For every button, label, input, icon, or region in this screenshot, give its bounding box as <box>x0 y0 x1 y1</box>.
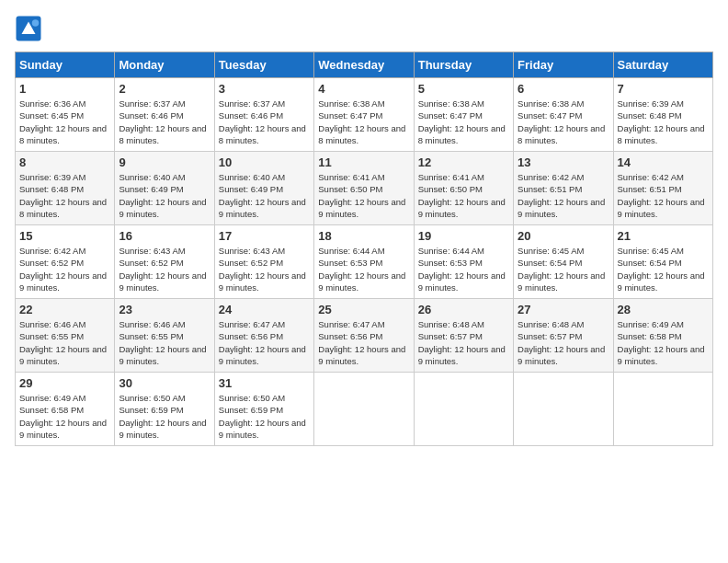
day-info: Sunrise: 6:48 AMSunset: 6:57 PMDaylight:… <box>518 318 609 367</box>
day-number: 11 <box>318 155 409 169</box>
day-number: 29 <box>19 376 110 390</box>
day-cell: 26 Sunrise: 6:48 AMSunset: 6:57 PMDaylig… <box>414 299 513 373</box>
day-info: Sunrise: 6:47 AMSunset: 6:56 PMDaylight:… <box>219 318 310 367</box>
day-number: 20 <box>518 229 609 243</box>
day-info: Sunrise: 6:37 AMSunset: 6:46 PMDaylight:… <box>119 98 210 146</box>
day-number: 12 <box>418 155 509 169</box>
day-number: 31 <box>219 376 310 390</box>
day-info: Sunrise: 6:36 AMSunset: 6:45 PMDaylight:… <box>19 98 110 146</box>
day-info: Sunrise: 6:45 AMSunset: 6:54 PMDaylight:… <box>618 245 709 293</box>
day-info: Sunrise: 6:49 AMSunset: 6:58 PMDaylight:… <box>618 318 709 367</box>
calendar-table: SundayMondayTuesdayWednesdayThursdayFrid… <box>15 52 713 446</box>
day-info: Sunrise: 6:42 AMSunset: 6:51 PMDaylight:… <box>618 171 709 220</box>
day-cell <box>613 373 712 446</box>
day-info: Sunrise: 6:43 AMSunset: 6:52 PMDaylight:… <box>219 245 310 293</box>
day-number: 28 <box>618 303 709 316</box>
day-cell <box>314 373 414 446</box>
day-number: 7 <box>618 82 709 96</box>
day-info: Sunrise: 6:38 AMSunset: 6:47 PMDaylight:… <box>418 98 509 146</box>
day-cell <box>414 373 513 446</box>
week-row-5: 29 Sunrise: 6:49 AMSunset: 6:58 PMDaylig… <box>16 373 713 446</box>
day-number: 18 <box>318 229 409 243</box>
day-cell: 19 Sunrise: 6:44 AMSunset: 6:53 PMDaylig… <box>414 225 513 299</box>
day-info: Sunrise: 6:46 AMSunset: 6:55 PMDaylight:… <box>19 318 110 367</box>
col-header-tuesday: Tuesday <box>214 52 313 78</box>
day-number: 3 <box>219 82 310 96</box>
day-number: 30 <box>119 376 210 390</box>
day-info: Sunrise: 6:38 AMSunset: 6:47 PMDaylight:… <box>518 98 609 146</box>
week-row-2: 8 Sunrise: 6:39 AMSunset: 6:48 PMDayligh… <box>16 152 713 225</box>
day-info: Sunrise: 6:48 AMSunset: 6:57 PMDaylight:… <box>418 318 509 367</box>
day-cell: 16 Sunrise: 6:43 AMSunset: 6:52 PMDaylig… <box>115 225 214 299</box>
day-number: 19 <box>418 229 509 243</box>
header <box>15 15 713 42</box>
day-cell: 31 Sunrise: 6:50 AMSunset: 6:59 PMDaylig… <box>214 373 313 446</box>
day-cell: 25 Sunrise: 6:47 AMSunset: 6:56 PMDaylig… <box>314 299 414 373</box>
day-number: 24 <box>219 303 310 316</box>
day-info: Sunrise: 6:37 AMSunset: 6:46 PMDaylight:… <box>219 98 310 146</box>
day-info: Sunrise: 6:41 AMSunset: 6:50 PMDaylight:… <box>318 171 409 220</box>
day-info: Sunrise: 6:42 AMSunset: 6:52 PMDaylight:… <box>19 245 110 293</box>
day-info: Sunrise: 6:41 AMSunset: 6:50 PMDaylight:… <box>418 171 509 220</box>
day-number: 27 <box>518 303 609 316</box>
header-row: SundayMondayTuesdayWednesdayThursdayFrid… <box>16 52 713 78</box>
day-cell: 11 Sunrise: 6:41 AMSunset: 6:50 PMDaylig… <box>314 152 414 225</box>
logo <box>15 15 46 42</box>
day-info: Sunrise: 6:40 AMSunset: 6:49 PMDaylight:… <box>219 171 310 220</box>
col-header-sunday: Sunday <box>16 52 115 78</box>
day-number: 10 <box>219 155 310 169</box>
day-cell: 1 Sunrise: 6:36 AMSunset: 6:45 PMDayligh… <box>16 78 115 152</box>
day-number: 13 <box>518 155 609 169</box>
day-info: Sunrise: 6:42 AMSunset: 6:51 PMDaylight:… <box>518 171 609 220</box>
day-cell: 17 Sunrise: 6:43 AMSunset: 6:52 PMDaylig… <box>214 225 313 299</box>
week-row-1: 1 Sunrise: 6:36 AMSunset: 6:45 PMDayligh… <box>16 78 713 152</box>
day-info: Sunrise: 6:47 AMSunset: 6:56 PMDaylight:… <box>318 318 409 367</box>
day-info: Sunrise: 6:43 AMSunset: 6:52 PMDaylight:… <box>119 245 210 293</box>
day-info: Sunrise: 6:39 AMSunset: 6:48 PMDaylight:… <box>19 171 110 220</box>
day-number: 5 <box>418 82 509 96</box>
day-cell: 29 Sunrise: 6:49 AMSunset: 6:58 PMDaylig… <box>16 373 115 446</box>
day-number: 8 <box>19 155 110 169</box>
day-number: 23 <box>119 303 210 316</box>
day-cell: 8 Sunrise: 6:39 AMSunset: 6:48 PMDayligh… <box>16 152 115 225</box>
day-cell: 18 Sunrise: 6:44 AMSunset: 6:53 PMDaylig… <box>314 225 414 299</box>
day-number: 16 <box>119 229 210 243</box>
day-cell: 30 Sunrise: 6:50 AMSunset: 6:59 PMDaylig… <box>115 373 214 446</box>
day-cell: 24 Sunrise: 6:47 AMSunset: 6:56 PMDaylig… <box>214 299 313 373</box>
day-info: Sunrise: 6:50 AMSunset: 6:59 PMDaylight:… <box>219 392 310 441</box>
day-info: Sunrise: 6:45 AMSunset: 6:54 PMDaylight:… <box>518 245 609 293</box>
day-number: 6 <box>518 82 609 96</box>
day-cell: 5 Sunrise: 6:38 AMSunset: 6:47 PMDayligh… <box>414 78 513 152</box>
day-info: Sunrise: 6:50 AMSunset: 6:59 PMDaylight:… <box>119 392 210 441</box>
day-cell: 4 Sunrise: 6:38 AMSunset: 6:47 PMDayligh… <box>314 78 414 152</box>
day-number: 4 <box>318 82 409 96</box>
day-cell: 9 Sunrise: 6:40 AMSunset: 6:49 PMDayligh… <box>115 152 214 225</box>
logo-icon <box>15 15 42 42</box>
col-header-thursday: Thursday <box>414 52 513 78</box>
day-number: 14 <box>618 155 709 169</box>
day-cell <box>514 373 613 446</box>
day-number: 17 <box>219 229 310 243</box>
day-info: Sunrise: 6:39 AMSunset: 6:48 PMDaylight:… <box>618 98 709 146</box>
day-number: 26 <box>418 303 509 316</box>
day-info: Sunrise: 6:40 AMSunset: 6:49 PMDaylight:… <box>119 171 210 220</box>
day-cell: 15 Sunrise: 6:42 AMSunset: 6:52 PMDaylig… <box>16 225 115 299</box>
day-cell: 14 Sunrise: 6:42 AMSunset: 6:51 PMDaylig… <box>613 152 712 225</box>
day-cell: 27 Sunrise: 6:48 AMSunset: 6:57 PMDaylig… <box>514 299 613 373</box>
svg-point-2 <box>32 19 40 27</box>
day-number: 15 <box>19 229 110 243</box>
week-row-4: 22 Sunrise: 6:46 AMSunset: 6:55 PMDaylig… <box>16 299 713 373</box>
day-cell: 22 Sunrise: 6:46 AMSunset: 6:55 PMDaylig… <box>16 299 115 373</box>
col-header-friday: Friday <box>514 52 613 78</box>
day-info: Sunrise: 6:46 AMSunset: 6:55 PMDaylight:… <box>119 318 210 367</box>
day-cell: 20 Sunrise: 6:45 AMSunset: 6:54 PMDaylig… <box>514 225 613 299</box>
day-number: 1 <box>19 82 110 96</box>
day-cell: 2 Sunrise: 6:37 AMSunset: 6:46 PMDayligh… <box>115 78 214 152</box>
day-cell: 21 Sunrise: 6:45 AMSunset: 6:54 PMDaylig… <box>613 225 712 299</box>
col-header-monday: Monday <box>115 52 214 78</box>
day-cell: 7 Sunrise: 6:39 AMSunset: 6:48 PMDayligh… <box>613 78 712 152</box>
day-info: Sunrise: 6:44 AMSunset: 6:53 PMDaylight:… <box>418 245 509 293</box>
day-info: Sunrise: 6:44 AMSunset: 6:53 PMDaylight:… <box>318 245 409 293</box>
day-number: 22 <box>19 303 110 316</box>
day-number: 25 <box>318 303 409 316</box>
